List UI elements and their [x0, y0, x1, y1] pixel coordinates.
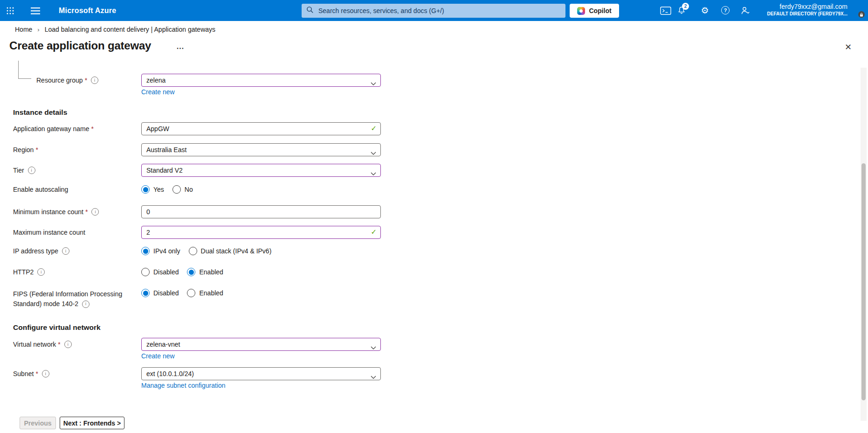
autoscaling-row: Enable autoscaling Yes No [0, 183, 513, 196]
account-email: ferdy79xxz@gmail.com [767, 2, 847, 11]
account-directory: DEFAULT DIRECTORY (FERDY79X... [767, 11, 847, 17]
global-search[interactable] [302, 4, 565, 18]
radio-selected-icon [141, 289, 150, 297]
info-icon[interactable]: i [42, 370, 49, 377]
virtual-network-value: zelena-vnet [146, 338, 180, 350]
info-icon[interactable]: i [62, 247, 69, 255]
top-bar: Microsoft Azure Copilot 2 ⚙ ? [0, 0, 868, 21]
max-instance-count-label: Maximum instance count [13, 226, 85, 239]
autoscaling-no-radio[interactable]: No [172, 185, 193, 194]
chevron-down-icon [371, 79, 376, 87]
region-dropdown[interactable]: Australia East [141, 143, 381, 156]
max-instance-count-field: ✓ [141, 226, 381, 239]
help-icon[interactable]: ? [721, 6, 730, 14]
hamburger-menu-icon[interactable] [31, 7, 40, 14]
app-gateway-name-row: Application gateway name* ✓ [0, 122, 513, 135]
app-launcher-icon[interactable] [6, 6, 15, 15]
app-gateway-name-field: ✓ [141, 122, 381, 135]
settings-gear-icon[interactable]: ⚙ [699, 0, 710, 21]
more-options-icon[interactable]: … [176, 42, 185, 51]
dual-stack-radio[interactable]: Dual stack (IPv4 & IPv6) [189, 247, 272, 255]
scrollbar-thumb[interactable] [861, 163, 866, 400]
radio-icon [141, 268, 150, 276]
product-title[interactable]: Microsoft Azure [59, 0, 116, 21]
tier-row: Tier i Standard V2 [0, 164, 513, 177]
breadcrumb-current[interactable]: Load balancing and content delivery | Ap… [45, 26, 215, 33]
fips-enabled-radio[interactable]: Enabled [187, 289, 223, 297]
info-icon[interactable]: i [82, 300, 90, 308]
breadcrumb-home[interactable]: Home [15, 26, 32, 33]
subnet-row: Subnet* i ext (10.0.1.0/24) [0, 367, 513, 380]
ip-address-type-row: IP address type i IPv4 only Dual stack (… [0, 244, 513, 258]
avatar[interactable] [850, 3, 864, 17]
resource-group-dropdown[interactable]: zelena [141, 74, 381, 87]
fips-label: FIPS (Federal Information Processing Sta… [13, 289, 122, 309]
http2-enabled-radio[interactable]: Enabled [187, 268, 223, 276]
copilot-logo-icon [577, 7, 585, 15]
cloud-shell-icon[interactable] [660, 6, 671, 15]
max-instance-count-row: Maximum instance count ✓ [0, 226, 513, 239]
resource-group-label: Resource group* i [36, 74, 98, 87]
min-instance-count-row: Minimum instance count* i [0, 205, 513, 218]
subnet-dropdown[interactable]: ext (10.0.1.0/24) [141, 367, 381, 380]
check-icon: ✓ [371, 124, 377, 133]
copilot-label: Copilot [589, 7, 611, 14]
region-row: Region* Australia East [0, 143, 513, 156]
resource-group-value: zelena [146, 74, 165, 86]
copilot-button[interactable]: Copilot [570, 4, 619, 18]
previous-button[interactable]: Previous [20, 417, 56, 429]
radio-selected-icon [187, 268, 195, 276]
breadcrumb-chevron-icon: › [37, 26, 39, 33]
create-new-resource-group-link[interactable]: Create new [141, 88, 175, 96]
chevron-down-icon [371, 343, 376, 351]
http2-label: HTTP2 i [13, 265, 45, 279]
close-icon[interactable]: ✕ [845, 42, 852, 52]
account-menu[interactable]: ferdy79xxz@gmail.com DEFAULT DIRECTORY (… [767, 2, 847, 17]
chevron-down-icon [371, 148, 376, 157]
notifications-bell-icon[interactable]: 2 [677, 6, 687, 16]
ipv4-only-radio[interactable]: IPv4 only [141, 247, 180, 255]
tier-label: Tier i [13, 164, 35, 177]
virtual-network-row: Virtual network* i zelena-vnet [0, 338, 513, 351]
ip-address-type-label: IP address type i [13, 244, 69, 258]
http2-disabled-radio[interactable]: Disabled [141, 268, 179, 276]
fips-row: FIPS (Federal Information Processing Sta… [0, 286, 513, 313]
radio-selected-icon [141, 185, 150, 194]
search-input[interactable] [317, 7, 561, 15]
app-gateway-name-input[interactable] [141, 122, 381, 135]
azure-portal-page: Microsoft Azure Copilot 2 ⚙ ? [0, 0, 868, 433]
info-icon[interactable]: i [28, 167, 35, 174]
vnet-heading: Configure virtual network [13, 323, 101, 332]
breadcrumb: Home › Load balancing and content delive… [15, 26, 215, 33]
feedback-icon[interactable] [741, 6, 751, 15]
autoscaling-label: Enable autoscaling [13, 183, 68, 196]
http2-row: HTTP2 i Disabled Enabled [0, 265, 513, 279]
check-icon: ✓ [371, 228, 377, 236]
fips-disabled-radio[interactable]: Disabled [141, 289, 179, 297]
next-frontends-button[interactable]: Next : Frontends > [60, 417, 124, 429]
subnet-label: Subnet* i [13, 367, 49, 380]
info-icon[interactable]: i [91, 208, 99, 216]
search-icon [306, 6, 314, 15]
page-title: Create application gateway [9, 39, 151, 52]
virtual-network-label: Virtual network* i [13, 338, 72, 351]
min-instance-count-input[interactable] [141, 205, 381, 218]
tier-value: Standard V2 [146, 164, 183, 176]
region-label: Region* [13, 143, 38, 156]
min-instance-count-field [141, 205, 381, 218]
notification-badge: 2 [682, 3, 689, 10]
info-icon[interactable]: i [91, 77, 98, 84]
virtual-network-dropdown[interactable]: zelena-vnet [141, 338, 381, 351]
tier-dropdown[interactable]: Standard V2 [141, 164, 381, 177]
resource-group-row: Resource group* i zelena [0, 74, 513, 87]
info-icon[interactable]: i [37, 268, 45, 276]
max-instance-count-input[interactable] [141, 226, 381, 239]
manage-subnet-configuration-link[interactable]: Manage subnet configuration [141, 382, 226, 389]
autoscaling-yes-radio[interactable]: Yes [141, 185, 164, 194]
create-new-vnet-link[interactable]: Create new [141, 352, 175, 360]
instance-details-heading: Instance details [13, 108, 67, 117]
app-gateway-name-label: Application gateway name* [13, 122, 94, 135]
radio-icon [189, 247, 197, 255]
lock-icon [857, 10, 866, 19]
info-icon[interactable]: i [64, 341, 72, 348]
